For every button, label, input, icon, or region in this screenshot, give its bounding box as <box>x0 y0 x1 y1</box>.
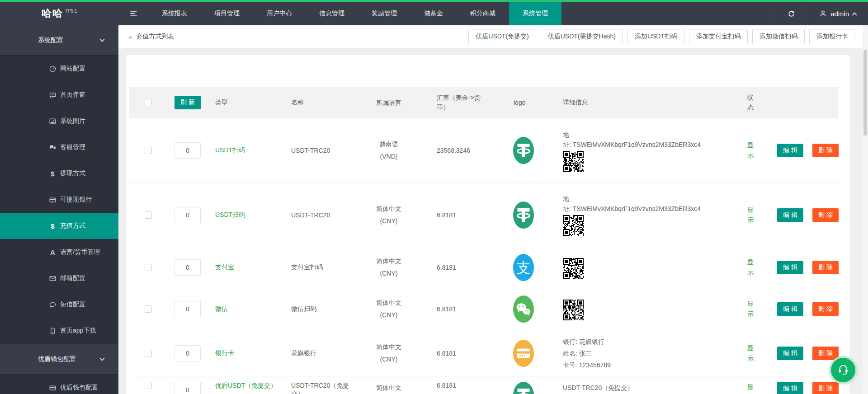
header-refresh-cell: 刷新 <box>167 96 208 109</box>
edit-button[interactable]: 编辑 <box>777 347 803 360</box>
top-nav-item[interactable]: 系统报表 <box>148 2 201 25</box>
toolbar-button[interactable]: 优盾USDT(免提交) <box>468 29 536 44</box>
toolbar-button[interactable]: 添加支付宝扫码 <box>689 29 748 44</box>
edit-button[interactable]: 编辑 <box>777 144 803 157</box>
sidebar-item-网站配置[interactable]: 网站配置 <box>0 56 118 82</box>
svg-text:支: 支 <box>516 260 530 276</box>
status-toggle[interactable]: 显示 <box>747 299 754 319</box>
sidebar-item-邮箱配置[interactable]: 邮箱配置 <box>0 265 118 291</box>
sidebar-item-label: 优盾钱包配置 <box>60 384 98 392</box>
row-checkbox[interactable] <box>145 350 152 357</box>
delete-button[interactable]: 删除 <box>812 208 839 222</box>
edit-button[interactable]: 编辑 <box>777 261 803 274</box>
content-card: 刷新类型名称所属语言汇率（美金->货币）logo详细信息状态0USDT扫码USD… <box>126 55 849 394</box>
sidebar-item-短信配置[interactable]: 短信配置 <box>0 291 118 318</box>
row-checkbox[interactable] <box>145 305 152 313</box>
header-status-line: 状 <box>737 93 764 103</box>
row-checkbox[interactable] <box>145 147 152 154</box>
admin-menu[interactable]: admin <box>807 2 868 25</box>
page-scrollbar-thumb[interactable] <box>863 50 867 136</box>
edit-button[interactable]: 编辑 <box>777 382 803 394</box>
sidebar-item-label: 首页app下载 <box>60 327 96 335</box>
status-toggle[interactable]: 显示 <box>747 382 754 394</box>
sidebar-toggle-button[interactable] <box>118 2 148 25</box>
chevron-down-icon <box>99 37 104 42</box>
top-nav-item[interactable]: 系统管理 <box>509 2 561 25</box>
row-rate: 6.8181 <box>420 264 493 271</box>
status-toggle[interactable]: 显示 <box>747 343 754 364</box>
row-sort-cell: 0 <box>167 382 208 394</box>
sidebar-item-可提现银行[interactable]: 可提现银行 <box>0 187 118 213</box>
wechat-logo <box>513 296 534 323</box>
page-scrollbar[interactable] <box>863 25 868 394</box>
sort-input[interactable]: 0 <box>175 207 201 223</box>
refresh-button[interactable]: 刷新 <box>175 96 201 109</box>
sort-input[interactable]: 0 <box>175 382 201 394</box>
main-content: » 充值方式列表 优盾USDT(免提交)优盾USDT(需提交Hash)添加USD… <box>118 25 868 394</box>
sidebar-item-label: 客服管理 <box>60 143 85 151</box>
row-checkbox[interactable] <box>145 264 152 271</box>
sidebar-item-首页弹窗[interactable]: 首页弹窗 <box>0 82 118 108</box>
row-type: 微信 <box>208 305 284 313</box>
sort-input[interactable]: 0 <box>175 301 201 317</box>
toolbar-button[interactable]: 添加微信扫码 <box>752 29 805 44</box>
breadcrumb-bar: » 充值方式列表 优盾USDT(免提交)优盾USDT(需提交Hash)添加USD… <box>118 25 868 48</box>
sort-input[interactable]: 0 <box>175 142 201 159</box>
sort-input[interactable]: 0 <box>175 345 201 361</box>
row-language-line: (CNY) <box>357 215 420 227</box>
edit-button[interactable]: 编辑 <box>777 302 803 316</box>
status-toggle[interactable]: 显示 <box>747 205 754 225</box>
row-language: 简体中文(CNY) <box>357 203 420 227</box>
status-toggle[interactable]: 显示 <box>747 140 754 161</box>
sidebar-item-客服管理[interactable]: 客服管理 <box>0 134 118 160</box>
top-nav-item[interactable]: 用户中心 <box>253 2 306 25</box>
row-select-cell <box>129 382 167 389</box>
detail-line: 址: TSWEiMvXMKbqrF1q9Vzvns2M33ZbER3xc4 <box>563 204 737 214</box>
sidebar-item-首页app下载[interactable]: 首页app下载 <box>0 318 118 344</box>
sidebar-item-优盾钱包配置[interactable]: 优盾钱包配置 <box>0 375 118 394</box>
top-nav-item[interactable]: 项目管理 <box>201 2 253 25</box>
sidebar-item-充值方式[interactable]: $充值方式 <box>0 213 118 239</box>
row-name: USDT-TRC20 <box>284 211 357 219</box>
top-nav-item[interactable]: 信息管理 <box>306 2 358 25</box>
top-nav-item[interactable]: 奖励管理 <box>358 2 410 25</box>
toolbar-button[interactable]: 添加银行卡 <box>809 29 855 44</box>
detail-line: 地 <box>563 130 737 140</box>
header-name: 名称 <box>284 98 357 107</box>
row-checkbox[interactable] <box>145 211 152 219</box>
delete-button[interactable]: 删除 <box>812 144 839 157</box>
alipay-logo: 支 <box>513 254 534 281</box>
delete-button[interactable]: 删除 <box>812 302 839 316</box>
sidebar-section-header[interactable]: 系统配置 <box>0 25 118 55</box>
sidebar-section-header[interactable]: 优盾钱包配置 <box>0 344 118 374</box>
sidebar-item-提现方式[interactable]: $提现方式 <box>0 160 118 187</box>
mail-icon <box>49 275 57 282</box>
sidebar-item-系统图片[interactable]: 系统图片 <box>0 108 118 134</box>
status-toggle[interactable]: 显示 <box>747 257 754 278</box>
delete-button[interactable]: 删除 <box>812 347 839 360</box>
row-checkbox[interactable] <box>145 382 152 389</box>
select-all-checkbox[interactable] <box>145 99 152 106</box>
customer-service-button[interactable] <box>831 358 855 382</box>
row-language-line: (CNY) <box>357 353 420 366</box>
refresh-page-button[interactable] <box>775 2 807 25</box>
sort-input[interactable]: 0 <box>175 259 201 276</box>
top-nav-item[interactable]: 积分商城 <box>457 2 509 25</box>
toolbar-button[interactable]: 添加USDT扫码 <box>627 29 684 44</box>
row-status-cell: 显示 <box>737 343 764 364</box>
row-status-cell: 显示 <box>737 257 764 278</box>
row-language: 简体中文(CNY) <box>357 382 420 394</box>
row-type: 优盾USDT（免提交） <box>208 382 284 390</box>
top-nav-item[interactable]: 储蓄金 <box>410 2 457 25</box>
row-rate: 6.8181 <box>420 305 493 313</box>
tether-logo <box>513 137 534 164</box>
delete-button[interactable]: 删除 <box>812 382 839 394</box>
toolbar-button[interactable]: 优盾USDT(需提交Hash) <box>541 29 623 44</box>
sidebar-item-语言/货币管理[interactable]: A语言/货币管理 <box>0 239 118 265</box>
row-language: 简体中文(CNY) <box>357 255 420 280</box>
delete-button[interactable]: 删除 <box>812 261 839 274</box>
detail-line: 姓名: 张三 <box>563 347 737 359</box>
table-row: 0优盾USDT（免提交）USDT-TRC20（免提交）简体中文(CNY)6.81… <box>129 376 838 394</box>
row-rate: 6.8181 <box>420 211 493 219</box>
edit-button[interactable]: 编辑 <box>777 208 803 222</box>
